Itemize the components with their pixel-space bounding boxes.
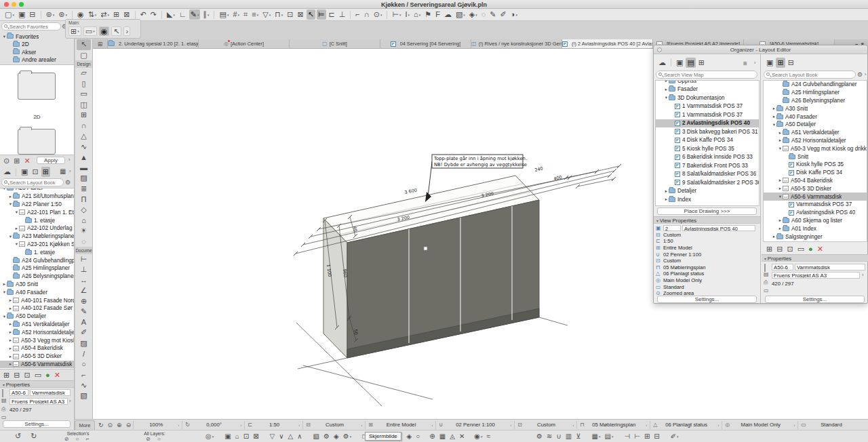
column-tool-icon[interactable]: ▯ — [75, 79, 92, 89]
model-view-options-selector[interactable]: ⊡Custom — [514, 421, 576, 429]
save-icon[interactable]: ▣ — [17, 9, 26, 20]
search-view-map-input[interactable] — [656, 71, 757, 79]
ghost-icon[interactable]: ◌ — [480, 9, 488, 20]
polyline-tool-icon[interactable]: ⌐ — [75, 369, 92, 380]
snap-points-icon[interactable]: ∥ — [201, 9, 210, 20]
gear-icon[interactable]: ⚙ — [857, 71, 863, 78]
chevron-right-icon[interactable]: ▸ — [664, 197, 669, 202]
favorites-icon[interactable]: ▤ — [218, 9, 230, 20]
shell-tool-icon[interactable]: ∿ — [75, 142, 92, 153]
master-layout-field-2[interactable] — [772, 272, 860, 279]
layout-settings-button-2[interactable]: Settings... — [765, 296, 865, 303]
tree-item[interactable]: ▸Detaljer — [656, 187, 759, 196]
chevron-right-icon[interactable]: ▸ — [778, 138, 783, 143]
tree-item[interactable]: Varmmatsdisk POS 37 — [764, 201, 867, 209]
zoom-window-icon[interactable]: ⊙ — [108, 422, 113, 428]
tab-4[interactable]: 04 Servering [04 Servering] — [380, 39, 471, 48]
apply-button[interactable]: Apply — [37, 157, 65, 164]
tree-item[interactable]: A25 Himlingsplaner — [764, 89, 867, 97]
chevron-right-icon[interactable]: ▸ — [8, 194, 13, 199]
tree-item[interactable]: ▸A01 Index — [764, 224, 867, 233]
tab-1[interactable]: 2. Underlag spesial 1:20 [2. 1. etasje] — [108, 39, 199, 48]
origin-tool-icon[interactable]: ⊕ — [75, 296, 92, 307]
trace-reference-icon[interactable]: ⊏ — [328, 9, 336, 20]
chevron-down-icon[interactable]: ▾ — [14, 241, 19, 247]
tree-item[interactable]: A24 Gulvbehandlingplaner — [764, 81, 867, 89]
layout-id-field[interactable] — [9, 389, 28, 396]
tab-3[interactable]: ▢[C Snitt] — [290, 39, 380, 48]
tree-item[interactable]: ▾A50-3 Vegg mot Kiosk og drikkestasjon — [764, 144, 867, 153]
place-drawing-button[interactable]: Place Drawing >>> — [657, 207, 757, 215]
layout-book-icon[interactable]: ⊞ — [697, 58, 706, 68]
chevron-down-icon[interactable]: ▾ — [778, 194, 783, 199]
view-property-row[interactable]: ▭Standard — [654, 283, 761, 290]
tree-item[interactable]: 2D — [0, 41, 72, 49]
screenshot-icon[interactable]: ◉ — [473, 431, 484, 441]
chevron-down-icon[interactable]: ▾ — [8, 201, 13, 207]
delete-icon[interactable]: ✕ — [816, 244, 825, 254]
chevron-down-icon[interactable]: ▾ — [2, 314, 7, 319]
share-icon[interactable]: ⊛ — [57, 9, 68, 20]
fill-tool-icon[interactable]: ▨ — [75, 338, 92, 349]
chevron-right-icon[interactable]: ▸ — [778, 218, 783, 223]
tree-item[interactable]: ▸A52 Horisontaldetaljer — [0, 328, 74, 336]
chevron-down-icon[interactable]: ▾ — [2, 188, 7, 191]
home-story-icon[interactable]: ⌂ — [412, 9, 422, 20]
tree-item[interactable]: 5 Kiosk hylle POS 35 — [656, 144, 759, 153]
action-center-icon[interactable]: ⊠ — [122, 9, 131, 20]
arrow-tool-icon[interactable]: ↖ — [77, 39, 91, 50]
arrow-mode-icon[interactable]: ↖ — [111, 26, 121, 36]
gear-icon[interactable]: ⚙ — [65, 179, 71, 186]
snap-grid-icon[interactable]: ▤ — [603, 431, 614, 441]
delete-favorite-icon[interactable]: ✕ — [22, 156, 31, 166]
view-id-field[interactable]: 2 — [663, 225, 681, 231]
print-icon[interactable]: ⊟ — [28, 9, 37, 20]
view-property-row[interactable]: ∪02 Penner 1:100 — [654, 251, 761, 258]
grid-toggle-icon[interactable]: ▦ — [438, 431, 447, 441]
eraser-icon[interactable]: ◑ — [509, 9, 519, 20]
zone-tool-icon[interactable]: ▨ — [75, 173, 92, 184]
chevron-right-icon[interactable]: ▸ — [8, 329, 13, 335]
user-icon[interactable]: ◉ — [76, 9, 85, 20]
level-dimension-tool-icon[interactable]: ⊥ — [75, 264, 92, 275]
render-settings-icon[interactable]: ▧ — [312, 431, 321, 441]
tree-item[interactable]: ▾3D Dokumentasjon — [656, 94, 759, 102]
unlink-icon[interactable]: ⊙ — [2, 156, 11, 166]
tree-item[interactable]: 1. etasje — [0, 248, 74, 256]
new-master-icon[interactable]: ⊡ — [22, 370, 31, 380]
new-layout-icon[interactable]: ⊞ — [2, 370, 11, 380]
chevron-right-icon[interactable]: ▸ — [772, 234, 776, 239]
chevron-right-icon[interactable]: ▸ — [778, 186, 783, 191]
view-property-row[interactable]: ⊞Entire Model — [654, 245, 761, 252]
tree-item[interactable]: ▸A40 Fasader — [764, 113, 867, 121]
redo-icon[interactable]: ↷ — [149, 9, 158, 20]
railing-tool-icon[interactable]: Π — [75, 194, 92, 205]
quick-layout-icon[interactable]: ⊞ — [93, 39, 108, 48]
search-favorites-input[interactable] — [1, 22, 61, 31]
partial-structure-selector[interactable]: ◎Main Model Only — [722, 421, 797, 429]
tree-item[interactable]: Snitt — [764, 153, 867, 161]
tree-item[interactable]: A26 Belysningsplaner — [0, 273, 74, 281]
graphic-overrides-icon[interactable]: ↻ — [31, 432, 46, 440]
tree-item[interactable]: ▸Index — [656, 195, 759, 204]
chevron-right-icon[interactable]: ▸ — [772, 106, 776, 111]
dimension-guides-icon[interactable]: ⊨ — [317, 9, 326, 20]
show-all-icon[interactable]: ⌂ — [234, 431, 241, 441]
pen-sets-icon[interactable]: ↺ — [15, 432, 31, 440]
refresh-icon[interactable]: ↻ — [98, 422, 104, 428]
properties-header[interactable]: Properties — [0, 380, 74, 388]
list-view-icon[interactable]: ▦ — [60, 167, 66, 175]
layout-id-field-2[interactable] — [772, 264, 793, 270]
tree-item[interactable]: ▾A23-201 Kjøkken Server — [0, 241, 74, 249]
tree-item[interactable]: 7 Bakeridisk Front POS 33 — [656, 161, 759, 170]
snap-guides-icon[interactable]: ✎ — [189, 9, 201, 20]
chevron-right-icon[interactable]: ▸ — [8, 338, 13, 343]
grid-display-icon[interactable]: ▦ — [591, 431, 602, 441]
tree-item[interactable]: ▾A23 Møbleringsplaner — [0, 233, 74, 241]
tree-item[interactable]: 6 Bakeridisk innside POS 33 — [656, 153, 759, 162]
pen-display-icon[interactable]: ∪ — [555, 431, 562, 441]
teamwork-send-receive-icon[interactable]: ⇅ — [87, 9, 98, 20]
view-map-icon[interactable]: ⊡ — [31, 167, 39, 177]
layout-navigator-icon[interactable]: ⊞ — [68, 26, 81, 36]
chevron-down-icon[interactable]: ▾ — [2, 289, 7, 295]
